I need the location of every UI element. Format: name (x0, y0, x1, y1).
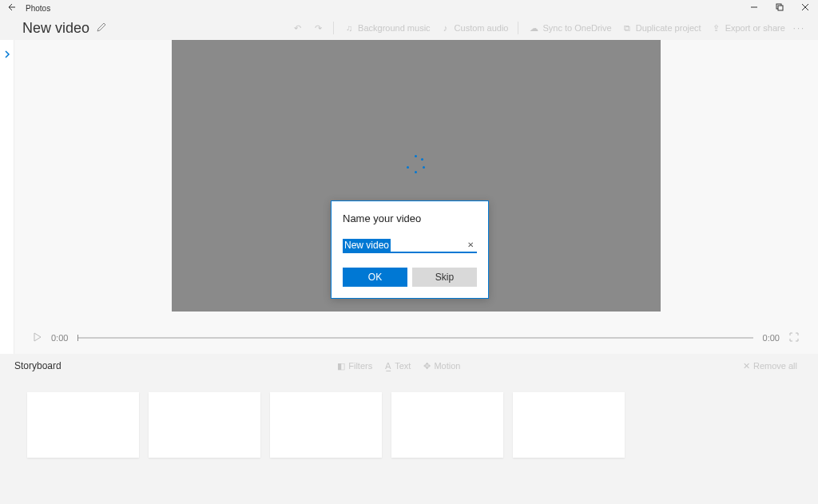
edit-title-button[interactable] (96, 20, 107, 37)
minimize-icon (750, 3, 758, 11)
divider (333, 22, 334, 34)
custom-audio-label: Custom audio (455, 23, 509, 33)
sync-button[interactable]: ☁ Sync to OneDrive (523, 20, 616, 37)
undo-button[interactable]: ↶ (287, 20, 308, 37)
pencil-icon (96, 22, 107, 33)
export-label: Export or share (725, 23, 785, 33)
expand-sidebar-button[interactable] (4, 50, 10, 62)
close-icon (801, 3, 809, 11)
back-button[interactable] (0, 2, 22, 14)
copy-icon: ⧉ (621, 23, 633, 34)
project-library-sidebar (0, 40, 14, 354)
motion-icon: ✥ (423, 361, 431, 371)
storyboard-slot[interactable] (391, 392, 503, 458)
play-icon (34, 332, 42, 342)
filters-icon: ◧ (337, 361, 345, 371)
app-name: Photos (22, 4, 50, 13)
storyboard-title: Storyboard (14, 360, 62, 371)
chevron-right-icon (4, 50, 10, 59)
dialog-title: Name your video (343, 212, 477, 224)
divider (518, 22, 518, 34)
remove-all-button[interactable]: ✕ Remove all (737, 361, 804, 371)
minimize-button[interactable] (741, 3, 767, 13)
ok-button[interactable]: OK (343, 268, 407, 287)
back-arrow-icon (6, 2, 16, 12)
bg-music-label: Background music (358, 23, 431, 33)
preview-area: 0:00 0:00 (14, 40, 818, 354)
more-button[interactable]: ··· (790, 23, 808, 33)
duplicate-button[interactable]: ⧉ Duplicate project (617, 20, 706, 37)
project-title: New video (22, 20, 89, 37)
play-button[interactable] (34, 332, 42, 343)
duplicate-label: Duplicate project (636, 23, 701, 33)
storyboard-strip (0, 378, 818, 490)
close-button[interactable] (792, 3, 818, 13)
audio-icon: ♪ (440, 23, 451, 33)
window-controls (741, 3, 818, 13)
remove-all-label: Remove all (753, 361, 797, 371)
cloud-icon: ☁ (528, 23, 539, 34)
text-icon: A̲ (385, 361, 391, 371)
motion-button[interactable]: ✥ Motion (417, 361, 467, 371)
music-icon: ♫ (343, 23, 355, 33)
fullscreen-button[interactable] (789, 332, 799, 343)
command-bar: New video ↶ ↷ ♫ Background music ♪ Custo… (0, 16, 818, 40)
storyboard-slot[interactable] (27, 392, 139, 458)
custom-audio-button[interactable]: ♪ Custom audio (435, 20, 514, 36)
storyboard-slot[interactable] (513, 392, 625, 458)
share-icon: ⇪ (711, 23, 722, 34)
filters-button[interactable]: ◧ Filters (331, 361, 379, 371)
loading-spinner-icon (407, 155, 426, 174)
time-total: 0:00 (763, 333, 780, 343)
video-name-input[interactable]: New video (343, 239, 391, 252)
redo-icon: ↷ (312, 23, 324, 34)
maximize-button[interactable] (767, 3, 792, 13)
transport-bar: 0:00 0:00 (14, 322, 818, 354)
time-current: 0:00 (51, 333, 68, 343)
skip-button[interactable]: Skip (412, 268, 477, 287)
undo-icon: ↶ (292, 23, 303, 34)
workspace: 0:00 0:00 (0, 40, 818, 354)
export-button[interactable]: ⇪ Export or share (706, 20, 790, 37)
maximize-icon (776, 3, 784, 11)
motion-label: Motion (434, 361, 460, 371)
text-button[interactable]: A̲ Text (379, 361, 417, 371)
text-label: Text (395, 361, 411, 371)
redo-button[interactable]: ↷ (308, 20, 328, 37)
storyboard-slot[interactable] (149, 392, 260, 458)
storyboard-slot[interactable] (270, 392, 382, 458)
svg-rect-1 (778, 6, 783, 10)
video-name-field: New video ✕ (343, 237, 477, 253)
name-video-dialog: Name your video New video ✕ OK Skip (331, 200, 489, 299)
dialog-buttons: OK Skip (343, 268, 477, 287)
project-title-group: New video (22, 20, 107, 37)
sync-label: Sync to OneDrive (542, 23, 611, 33)
titlebar: Photos (0, 0, 818, 16)
clear-input-button[interactable]: ✕ (464, 240, 477, 249)
filters-label: Filters (348, 361, 372, 371)
fullscreen-icon (789, 332, 799, 342)
storyboard-bar: Storyboard ◧ Filters A̲ Text ✥ Motion ✕ … (0, 354, 818, 378)
remove-icon: ✕ (743, 361, 750, 371)
background-music-button[interactable]: ♫ Background music (339, 20, 435, 36)
timeline-track[interactable] (77, 337, 752, 339)
